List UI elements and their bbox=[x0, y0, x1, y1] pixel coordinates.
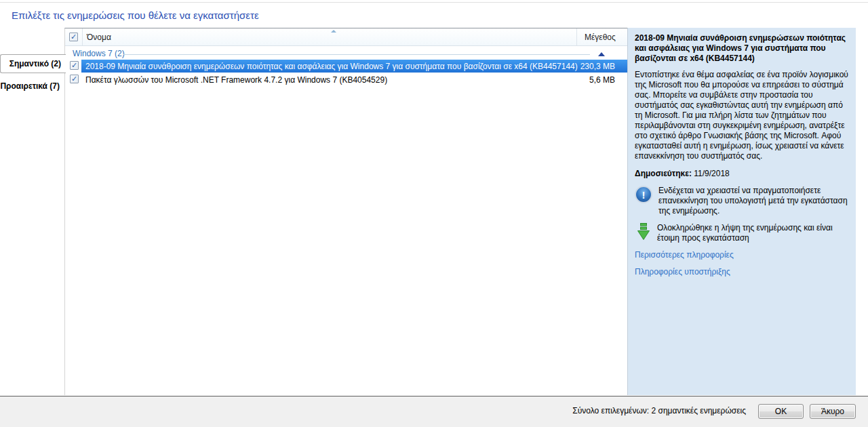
collapse-group-icon[interactable] bbox=[598, 51, 604, 56]
details-description: Εντοπίστηκε ένα θέμα ασφαλείας σε ένα πρ… bbox=[635, 70, 849, 161]
selection-summary: Σύνολο επιλεγμένων: 2 σημαντικές ενημερώ… bbox=[572, 406, 746, 415]
select-all-checkbox[interactable]: ✓ bbox=[69, 33, 78, 41]
column-header-size[interactable]: Μέγεθος bbox=[585, 33, 616, 42]
column-divider bbox=[576, 28, 577, 45]
update-details-panel: 2018-09 Μηνιαία συνάθροιση ενημερώσεων π… bbox=[627, 28, 856, 395]
group-header-windows7[interactable]: Windows 7 (2) bbox=[65, 48, 627, 60]
download-complete-icon bbox=[636, 223, 651, 241]
update-name: Πακέτα γλωσσών του Microsoft .NET Framew… bbox=[81, 75, 387, 85]
published-label: Δημοσιεύτηκε: bbox=[635, 169, 692, 178]
sidebar-tab-important[interactable]: Σημαντικό (2) bbox=[0, 54, 66, 73]
page-title: Επιλέξτε τις ενημερώσεις που θέλετε να ε… bbox=[12, 9, 259, 21]
top-divider bbox=[0, 2, 868, 3]
update-row-bar[interactable]: Πακέτα γλωσσών του Microsoft .NET Framew… bbox=[81, 73, 627, 86]
update-row[interactable]: ✓ Πακέτα γλωσσών του Microsoft .NET Fram… bbox=[65, 73, 627, 86]
published-line: Δημοσιεύτηκε: 11/9/2018 bbox=[635, 169, 849, 179]
footer-bar: Σύνολο επιλεγμένων: 2 σημαντικές ενημερώ… bbox=[0, 396, 868, 427]
update-size: 5,6 MB bbox=[589, 75, 615, 85]
update-row-selected-bar[interactable]: 2018-09 Μηνιαία συνάθροιση ενημερώσεων π… bbox=[81, 60, 627, 73]
sidebar-tab-optional[interactable]: Προαιρετικά (7) bbox=[0, 79, 61, 93]
sidebar-tab-optional-label: Προαιρετικά (7) bbox=[0, 81, 60, 91]
group-header-line bbox=[123, 54, 590, 55]
update-checkbox[interactable]: ✓ bbox=[70, 61, 79, 70]
download-ready-text: Ολοκληρώθηκε η λήψη της ενημέρωσης και ε… bbox=[657, 223, 849, 243]
group-header-label: Windows 7 (2) bbox=[73, 49, 125, 58]
published-date: 11/9/2018 bbox=[694, 169, 730, 178]
sidebar-tab-important-label: Σημαντικό (2) bbox=[9, 59, 61, 68]
update-size: 230,3 MB bbox=[580, 62, 615, 71]
support-info-link[interactable]: Πληροφορίες υποστήριξης bbox=[635, 267, 849, 277]
restart-notice: ! Ενδέχεται να χρειαστεί να πραγματοποιή… bbox=[635, 186, 849, 216]
details-title: 2018-09 Μηνιαία συνάθροιση ενημερώσεων π… bbox=[635, 33, 849, 64]
restart-warning-icon: ! bbox=[635, 186, 652, 203]
select-all-cell: ✓ bbox=[65, 28, 83, 45]
windows-update-select-dialog: Επιλέξτε τις ενημερώσεις που θέλετε να ε… bbox=[0, 0, 868, 427]
update-name: 2018-09 Μηνιαία συνάθροιση ενημερώσεων π… bbox=[81, 62, 578, 71]
update-row[interactable]: ✓ 2018-09 Μηνιαία συνάθροιση ενημερώσεων… bbox=[65, 60, 627, 73]
updates-list: ✓ Όνομα Μέγεθος Windows 7 (2) ✓ 2018-09 … bbox=[64, 28, 627, 395]
restart-notice-text: Ενδέχεται να χρειαστεί να πραγματοποιήσε… bbox=[658, 186, 849, 216]
download-ready-notice: Ολοκληρώθηκε η λήψη της ενημέρωσης και ε… bbox=[635, 223, 849, 243]
cancel-button[interactable]: Άκυρο bbox=[810, 404, 856, 419]
list-column-header: ✓ Όνομα Μέγεθος bbox=[65, 28, 627, 46]
ok-button[interactable]: OK bbox=[758, 404, 804, 419]
more-info-link[interactable]: Περισσότερες πληροφορίες bbox=[635, 250, 849, 260]
update-checkbox[interactable]: ✓ bbox=[70, 75, 79, 83]
sort-ascending-icon bbox=[331, 30, 336, 33]
column-header-name[interactable]: Όνομα bbox=[87, 33, 111, 42]
